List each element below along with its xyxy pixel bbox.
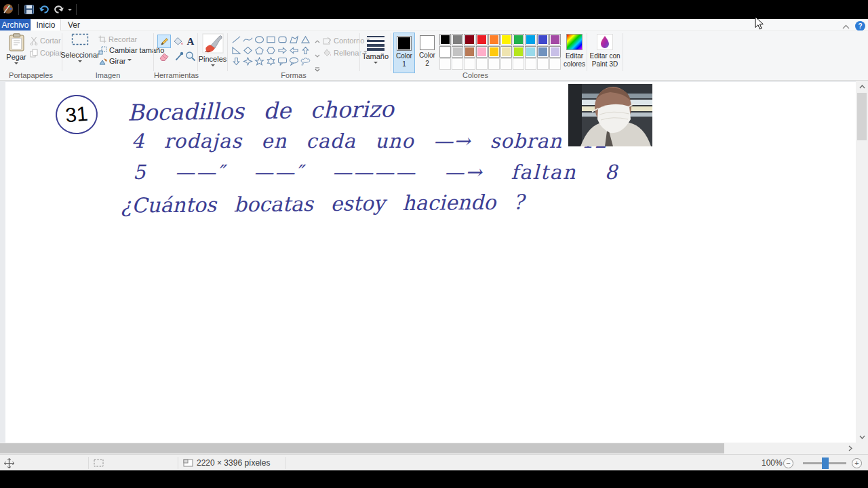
vertical-scrollbar[interactable] [856, 81, 868, 443]
shape-star-5[interactable] [254, 56, 265, 66]
horizontal-scrollbar-thumb[interactable] [0, 443, 724, 453]
palette-swatch-empty[interactable] [476, 58, 488, 70]
cut-button[interactable]: Cortar [30, 35, 61, 46]
horizontal-scrollbar[interactable] [0, 443, 856, 454]
rotate-button[interactable]: Girar [98, 56, 132, 66]
shape-triangle[interactable] [300, 34, 311, 45]
palette-swatch-empty[interactable] [549, 58, 561, 70]
shape-hexagon[interactable] [265, 45, 277, 56]
palette-swatch[interactable] [500, 34, 512, 45]
zoom-slider-thumb[interactable] [822, 458, 829, 469]
shape-polygon[interactable] [288, 34, 300, 45]
palette-swatch[interactable] [464, 34, 475, 45]
select-button[interactable]: Seleccionar [64, 33, 96, 64]
zoom-level-text: 100% [762, 455, 783, 471]
shape-pentagon[interactable] [254, 45, 265, 56]
palette-swatch-empty[interactable] [525, 58, 536, 70]
shape-oval-callout[interactable] [288, 56, 300, 66]
shape-line[interactable] [231, 34, 242, 45]
palette-swatch[interactable] [525, 34, 536, 45]
shape-arrow-right[interactable] [277, 45, 288, 56]
shape-cloud-callout[interactable] [300, 56, 311, 66]
zoom-slider-track[interactable] [803, 462, 846, 464]
color1-button[interactable]: Color 1 [393, 33, 415, 73]
select-dropdown-icon[interactable] [78, 60, 82, 64]
scroll-right-icon[interactable] [844, 443, 856, 454]
edit-colors-button[interactable]: Editar colores [563, 34, 586, 68]
shape-arrow-down[interactable] [231, 56, 242, 66]
copy-button[interactable]: Copiar [30, 47, 62, 58]
magnifier-tool[interactable] [184, 49, 197, 63]
shape-ellipse[interactable] [254, 34, 265, 45]
tab-ver[interactable]: Ver [61, 19, 87, 30]
save-button[interactable] [23, 3, 35, 16]
palette-swatch-empty[interactable] [488, 58, 500, 70]
pencil-tool[interactable] [157, 35, 171, 48]
scroll-down-icon[interactable] [856, 431, 868, 443]
shape-star-4[interactable] [242, 56, 254, 66]
eraser-tool[interactable] [157, 49, 171, 63]
palette-swatch[interactable] [537, 46, 549, 58]
undo-button[interactable] [38, 3, 50, 16]
crop-button[interactable]: Recortar [98, 34, 137, 45]
palette-swatch[interactable] [452, 34, 463, 45]
palette-swatch[interactable] [549, 34, 561, 45]
palette-swatch[interactable] [488, 34, 500, 45]
palette-swatch[interactable] [525, 46, 536, 58]
shapes-scroll-up-icon[interactable] [315, 34, 320, 46]
shapes-scroll-down-icon[interactable] [315, 48, 320, 60]
zoom-in-button[interactable]: + [852, 455, 862, 471]
brushes-button[interactable]: Pinceles [200, 33, 225, 68]
shape-rounded-rectangle[interactable] [277, 34, 288, 45]
drawing-canvas[interactable]: 31 Bocadillos de chorizo 4 rodajas en ca… [5, 82, 856, 443]
palette-swatch[interactable] [439, 46, 451, 58]
palette-swatch[interactable] [537, 34, 549, 45]
vertical-scrollbar-thumb[interactable] [857, 93, 867, 140]
size-button[interactable]: Tamaño [363, 35, 387, 66]
palette-swatch-empty[interactable] [464, 58, 475, 70]
paste-dropdown-icon[interactable] [14, 62, 18, 66]
palette-swatch[interactable] [500, 46, 512, 58]
shape-arrow-left[interactable] [288, 45, 300, 56]
shape-diamond[interactable] [242, 45, 254, 56]
color2-button[interactable]: Color 2 [416, 33, 438, 73]
shape-rounded-callout[interactable] [277, 56, 288, 66]
shape-fill-icon [323, 49, 332, 57]
paste-button[interactable]: Pegar [4, 33, 28, 66]
palette-swatch[interactable] [488, 46, 500, 58]
tab-archivo[interactable]: Archivo [0, 19, 31, 30]
palette-swatch[interactable] [439, 34, 451, 45]
fill-tool[interactable] [172, 35, 185, 48]
palette-swatch-empty[interactable] [500, 58, 512, 70]
size-dropdown-icon[interactable] [374, 62, 378, 66]
scroll-up-icon[interactable] [856, 81, 868, 92]
brushes-dropdown-icon[interactable] [211, 64, 215, 68]
shape-curve[interactable] [242, 34, 254, 45]
palette-swatch[interactable] [513, 46, 524, 58]
help-icon[interactable]: ? [855, 21, 865, 31]
redo-button[interactable] [53, 3, 65, 16]
tab-inicio[interactable]: Inicio [31, 19, 61, 30]
pencil-icon [159, 36, 170, 47]
palette-swatch[interactable] [476, 46, 488, 58]
palette-swatch[interactable] [464, 46, 475, 58]
rotate-dropdown-icon[interactable] [127, 59, 132, 63]
zoom-slider[interactable] [803, 455, 846, 471]
palette-swatch[interactable] [476, 34, 488, 45]
palette-swatch[interactable] [513, 34, 524, 45]
palette-swatch-empty[interactable] [537, 58, 549, 70]
shape-star-6[interactable] [265, 56, 277, 66]
edit-with-paint3d-button[interactable]: Editar con Paint 3D [589, 34, 621, 68]
palette-swatch[interactable] [452, 46, 463, 58]
palette-swatch-empty[interactable] [452, 58, 463, 70]
shape-arrow-up[interactable] [300, 45, 311, 56]
zoom-out-button[interactable]: − [783, 455, 793, 471]
color-picker-tool[interactable] [172, 49, 185, 63]
shape-right-triangle[interactable] [231, 45, 242, 56]
palette-swatch-empty[interactable] [439, 58, 451, 70]
palette-swatch-empty[interactable] [513, 58, 524, 70]
palette-swatch[interactable] [549, 46, 561, 58]
shape-rectangle[interactable] [265, 34, 277, 45]
qat-customize-dropdown-icon[interactable] [68, 9, 72, 13]
text-tool[interactable]: A [184, 35, 197, 48]
